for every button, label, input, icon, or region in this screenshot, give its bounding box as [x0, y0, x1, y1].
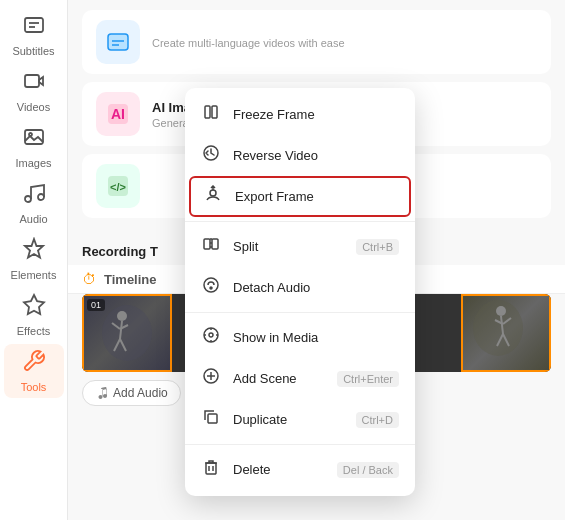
- menu-divider-1: [185, 221, 415, 222]
- svg-point-27: [496, 306, 506, 316]
- svg-rect-0: [25, 18, 43, 32]
- add-audio-icon: [95, 386, 109, 400]
- menu-divider-3: [185, 444, 415, 445]
- menu-item-add-scene[interactable]: Add Scene Ctrl+Enter: [185, 358, 415, 399]
- menu-divider-2: [185, 312, 415, 313]
- strip-thumb-right: [461, 294, 551, 372]
- sidebar-item-videos[interactable]: Videos: [4, 64, 64, 118]
- svg-rect-38: [212, 239, 218, 249]
- timeline-label: Timeline: [104, 272, 157, 287]
- sidebar-item-label: Videos: [17, 101, 50, 113]
- menu-item-reverse-video[interactable]: Reverse Video: [185, 135, 415, 176]
- subtitles-tool-card[interactable]: Create multi-language videos with ease: [82, 10, 551, 74]
- subtitles-card-desc: Create multi-language videos with ease: [152, 37, 345, 49]
- menu-item-export-frame[interactable]: Export Frame: [189, 176, 411, 217]
- export-frame-icon: [203, 185, 223, 208]
- subtitles-card-icon: [96, 20, 140, 64]
- videos-icon: [22, 69, 46, 99]
- sidebar-item-elements[interactable]: Elements: [4, 232, 64, 286]
- svg-point-18: [102, 305, 152, 361]
- tools-icon: [22, 349, 46, 379]
- sidebar: Subtitles Videos Images: [0, 0, 68, 520]
- add-scene-icon: [201, 367, 221, 390]
- menu-label-reverse-video: Reverse Video: [233, 148, 399, 163]
- add-audio-button[interactable]: Add Audio: [82, 380, 181, 406]
- svg-point-7: [25, 196, 31, 202]
- sidebar-item-tools[interactable]: Tools: [4, 344, 64, 398]
- svg-point-36: [210, 190, 216, 196]
- svg-rect-52: [206, 463, 216, 474]
- menu-item-duplicate[interactable]: Duplicate Ctrl+D: [185, 399, 415, 440]
- menu-label-add-scene: Add Scene: [233, 371, 325, 386]
- svg-point-8: [38, 194, 44, 200]
- elements-icon: [22, 237, 46, 267]
- menu-shortcut-delete: Del / Back: [337, 462, 399, 478]
- images-icon: [22, 125, 46, 155]
- strip-thumb-right-inner: [463, 296, 549, 370]
- menu-label-detach-audio: Detach Audio: [233, 280, 399, 295]
- menu-item-show-in-media[interactable]: Show in Media: [185, 317, 415, 358]
- menu-label-freeze-frame: Freeze Frame: [233, 107, 399, 122]
- svg-point-40: [204, 278, 218, 292]
- menu-label-show-in-media: Show in Media: [233, 330, 399, 345]
- menu-label-export-frame: Export Frame: [235, 189, 397, 204]
- menu-item-split[interactable]: Split Ctrl+B: [185, 226, 415, 267]
- svg-marker-9: [24, 295, 44, 314]
- svg-point-41: [210, 287, 212, 289]
- code-card-icon: </>: [96, 164, 140, 208]
- sidebar-item-label: Images: [15, 157, 51, 169]
- subtitles-card-info: Create multi-language videos with ease: [152, 35, 345, 49]
- subtitles-icon: [22, 13, 46, 43]
- duplicate-icon: [201, 408, 221, 431]
- audio-icon: [22, 181, 46, 211]
- show-in-media-icon: [201, 326, 221, 349]
- svg-rect-3: [25, 75, 39, 87]
- svg-point-19: [117, 311, 127, 321]
- effects-icon: [22, 293, 46, 323]
- svg-point-43: [209, 333, 213, 337]
- menu-item-delete[interactable]: Delete Del / Back: [185, 449, 415, 490]
- ai-image-icon: AI: [96, 92, 140, 136]
- menu-label-split: Split: [233, 239, 344, 254]
- menu-label-delete: Delete: [233, 462, 325, 477]
- svg-point-42: [204, 328, 218, 342]
- svg-rect-5: [25, 130, 43, 144]
- reverse-video-icon: [201, 144, 221, 167]
- menu-shortcut-duplicate: Ctrl+D: [356, 412, 399, 428]
- detach-audio-icon: [201, 276, 221, 299]
- menu-item-detach-audio[interactable]: Detach Audio: [185, 267, 415, 308]
- sidebar-item-images[interactable]: Images: [4, 120, 64, 174]
- split-icon: [201, 235, 221, 258]
- sidebar-item-effects[interactable]: Effects: [4, 288, 64, 342]
- sidebar-item-subtitles[interactable]: Subtitles: [4, 8, 64, 62]
- svg-rect-51: [208, 414, 217, 423]
- sidebar-item-label: Tools: [21, 381, 47, 393]
- svg-rect-37: [204, 239, 210, 249]
- sidebar-item-audio[interactable]: Audio: [4, 176, 64, 230]
- svg-text:AI: AI: [111, 106, 125, 122]
- timeline-icon: ⏱: [82, 271, 96, 287]
- menu-shortcut-add-scene: Ctrl+Enter: [337, 371, 399, 387]
- add-audio-label: Add Audio: [113, 386, 168, 400]
- svg-text:</>: </>: [110, 181, 126, 193]
- svg-rect-34: [212, 106, 217, 118]
- freeze-frame-icon: [201, 103, 221, 126]
- context-menu: Freeze Frame Reverse Video Export Frame: [185, 88, 415, 496]
- menu-item-freeze-frame[interactable]: Freeze Frame: [185, 94, 415, 135]
- strip-thumb-left: 01: [82, 294, 172, 372]
- sidebar-item-label: Elements: [11, 269, 57, 281]
- svg-rect-33: [205, 106, 210, 118]
- strip-number-left: 01: [87, 299, 105, 311]
- svg-rect-10: [108, 34, 128, 50]
- sidebar-item-label: Effects: [17, 325, 50, 337]
- delete-icon: [201, 458, 221, 481]
- sidebar-item-label: Subtitles: [12, 45, 54, 57]
- menu-label-duplicate: Duplicate: [233, 412, 344, 427]
- menu-shortcut-split: Ctrl+B: [356, 239, 399, 255]
- sidebar-item-label: Audio: [19, 213, 47, 225]
